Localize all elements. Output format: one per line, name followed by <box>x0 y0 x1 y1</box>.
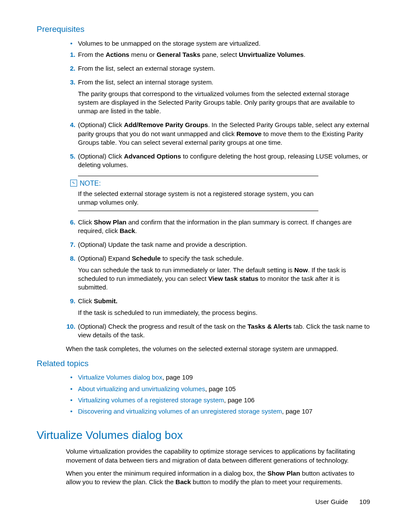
note-icon: ✎ <box>70 180 77 187</box>
step-8: 8. (Optional) Expand Schedule to specify… <box>66 254 370 292</box>
step-9: 9. Click Submit. If the task is schedule… <box>66 297 370 317</box>
page-footer: User Guide 109 <box>315 498 370 506</box>
list-item: About virtualizing and unvirtualizing vo… <box>66 385 370 393</box>
prerequisites-heading: Prerequisites <box>37 24 370 35</box>
step-2: 2. From the list, select an external sto… <box>66 64 370 73</box>
step-subtext: If the task is scheduled to run immediat… <box>78 308 370 317</box>
step-number: 7. <box>66 240 75 249</box>
step-text: (Optional) Click Advanced Options to con… <box>78 152 368 168</box>
step-10: 10. (Optional) Check the progress and re… <box>66 322 370 340</box>
step-number: 9. <box>66 297 75 305</box>
prereq-list: Volumes to be unmapped on the storage sy… <box>37 39 370 48</box>
step-number: 10. <box>66 322 75 331</box>
note-rule-top <box>78 176 318 176</box>
list-item: Discovering and virtualizing volumes of … <box>66 407 370 416</box>
virtualize-dialog-heading: Virtualize Volumes dialog box <box>37 428 370 443</box>
note-label: NOTE: <box>80 179 101 188</box>
link-virtualizing-registered[interactable]: Virtualizing volumes of a registered sto… <box>78 396 224 404</box>
step-text: From the list, select an internal storag… <box>78 78 213 86</box>
page: Prerequisites Volumes to be unmapped on … <box>0 0 411 532</box>
related-topics-heading: Related topics <box>37 358 370 369</box>
step-text: (Optional) Check the progress and result… <box>78 323 370 339</box>
note-rule-bottom <box>78 211 318 211</box>
step-number: 5. <box>66 152 75 161</box>
procedure-steps-cont: 6. Click Show Plan and confirm that the … <box>37 218 370 340</box>
step-text: From the Actions menu or General Tasks p… <box>78 51 305 58</box>
dialog-paragraph-2: When you enter the minimum required info… <box>66 469 370 487</box>
list-item: Virtualizing volumes of a registered sto… <box>66 396 370 404</box>
step-text: (Optional) Click Add/Remove Parity Group… <box>78 121 369 146</box>
step-subtext: You can schedule the task to run immedia… <box>78 266 370 292</box>
list-item: Volumes to be unmapped on the storage sy… <box>66 39 370 48</box>
doc-title: User Guide <box>315 498 348 505</box>
step-subtext: The parity groups that correspond to the… <box>78 90 370 116</box>
note-heading: ✎ NOTE: <box>70 179 370 188</box>
step-text: (Optional) Update the task name and prov… <box>78 241 247 248</box>
step-text: Click Show Plan and confirm that the inf… <box>78 218 352 234</box>
step-text: Click Submit. <box>78 297 118 305</box>
step-number: 4. <box>66 121 75 129</box>
closing-paragraph: When the task completes, the volumes on … <box>66 345 370 353</box>
step-5: 5. (Optional) Click Advanced Options to … <box>66 152 370 170</box>
step-text: (Optional) Expand Schedule to specify th… <box>78 255 243 262</box>
page-number: 109 <box>359 498 370 505</box>
link-virtualize-dialog[interactable]: Virtualize Volumes dialog box <box>78 373 162 381</box>
step-1: 1. From the Actions menu or General Task… <box>66 50 370 59</box>
step-number: 6. <box>66 218 75 227</box>
step-number: 3. <box>66 78 75 87</box>
dialog-paragraph-1: Volume virtualization provides the capab… <box>66 447 370 465</box>
step-number: 8. <box>66 254 75 263</box>
step-text: From the list, select an external storag… <box>78 65 215 72</box>
step-7: 7. (Optional) Update the task name and p… <box>66 240 370 249</box>
note-block: ✎ NOTE: If the selected external storage… <box>78 176 370 211</box>
step-number: 1. <box>66 50 75 59</box>
step-number: 2. <box>66 64 75 73</box>
link-discovering-virtualizing[interactable]: Discovering and virtualizing volumes of … <box>78 408 282 415</box>
step-3: 3. From the list, select an internal sto… <box>66 78 370 115</box>
step-6: 6. Click Show Plan and confirm that the … <box>66 218 370 236</box>
step-4: 4. (Optional) Click Add/Remove Parity Gr… <box>66 121 370 147</box>
list-item: Virtualize Volumes dialog box, page 109 <box>66 373 370 382</box>
procedure-steps: 1. From the Actions menu or General Task… <box>37 50 370 170</box>
note-body: If the selected external storage system … <box>78 190 314 207</box>
link-about-virtualizing[interactable]: About virtualizing and unvirtualizing vo… <box>78 385 205 392</box>
related-links: Virtualize Volumes dialog box, page 109 … <box>37 373 370 416</box>
